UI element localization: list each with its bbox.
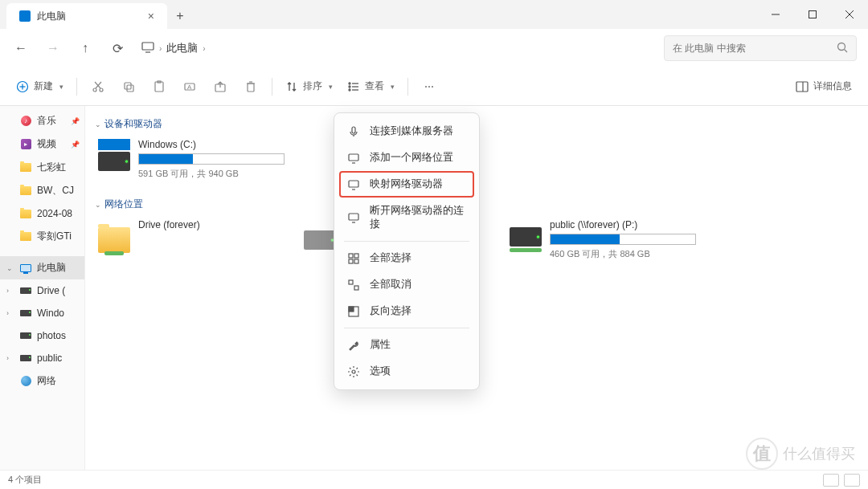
drive-icon [20,310,31,316]
tab-this-pc[interactable]: 此电脑 × [6,3,167,29]
search-icon [837,42,848,55]
separator [272,78,272,96]
sidebar-item-drive[interactable]: ›Windo [0,302,84,324]
chevron-right-icon[interactable]: › [6,354,14,362]
svg-rect-36 [349,181,358,187]
item-count: 4 个项目 [8,474,42,486]
svg-rect-17 [155,82,163,92]
ssd-icon [510,227,542,247]
svg-rect-38 [349,214,358,220]
menu-connect-media[interactable]: 连接到媒体服务器 [339,118,474,145]
sidebar-item-drive[interactable]: ›public [0,347,84,369]
view-grid-button[interactable] [844,474,860,487]
sidebar-item-drive[interactable]: photos [0,324,84,347]
pc-icon [20,264,31,272]
menu-add-network[interactable]: 添加一个网络位置 [339,145,474,171]
sidebar-item-folder[interactable]: 2024-08 [0,202,84,225]
sidebar-item-drive[interactable]: ›Drive ( [0,279,84,302]
menu-properties[interactable]: 属性 [339,332,474,358]
svg-rect-40 [349,254,353,258]
search-input[interactable] [673,43,830,54]
window-controls [757,0,868,29]
drive-name: public (\\forever) (P:) [550,219,696,230]
sidebar-item-label: 此电脑 [37,261,66,275]
menu-deselect-all[interactable]: 全部取消 [339,271,474,298]
sidebar-item-label: Windo [37,308,64,319]
sidebar-item-label: 网络 [37,374,56,388]
menu-options[interactable]: 选项 [339,358,474,385]
pc-icon [141,42,154,55]
share-button[interactable] [206,74,235,100]
more-button[interactable]: ⋯ [415,74,444,100]
svg-point-11 [93,88,96,92]
svg-rect-33 [352,127,355,133]
drive-icon [20,355,31,361]
drive-c[interactable]: Windows (C:) 591 GB 可用，共 940 GB [95,136,288,183]
new-button[interactable]: 新建 ▾ [10,74,70,100]
maximize-button[interactable] [794,0,831,29]
chevron-right-icon[interactable]: › [6,287,14,295]
view-button[interactable]: 查看 ▾ [341,74,401,100]
video-icon: ▸ [21,139,31,149]
chevron-right-icon: › [203,44,205,53]
sort-button[interactable]: 排序 ▾ [279,74,339,100]
sidebar-item-folder[interactable]: 七彩虹 [0,156,84,179]
watermark: 值什么值得买 [746,438,855,470]
progress-bar [138,153,285,165]
sidebar: ♪音乐📌 ▸视频📌 七彩虹 BW、CJ 2024-08 零刻GTi ⌄此电脑 ›… [0,106,85,470]
new-label: 新建 [34,79,53,93]
drive-subtitle: 460 GB 可用，共 884 GB [550,248,696,260]
view-label: 查看 [365,79,384,93]
svg-rect-42 [349,259,353,263]
new-tab-button[interactable]: + [167,3,193,29]
svg-line-7 [845,49,848,52]
view-list-button[interactable] [823,474,839,487]
back-button[interactable]: ← [6,34,35,63]
sidebar-item-folder[interactable]: 零刻GTi [0,225,84,248]
sidebar-item-this-pc[interactable]: ⌄此电脑 [0,256,84,279]
menu-map-network-drive[interactable]: 映射网络驱动器 [339,171,474,198]
menu-label: 全部选择 [370,251,411,265]
breadcrumb-this-pc[interactable]: 此电脑 [166,41,198,55]
menu-invert-selection[interactable]: 反向选择 [339,298,474,324]
menu-select-all[interactable]: 全部选择 [339,245,474,271]
music-icon: ♪ [21,116,31,126]
menu-disconnect-network[interactable]: 断开网络驱动器的连接 [339,198,474,238]
drive-name: Drive (forever) [138,219,285,230]
rename-button[interactable]: A [175,74,204,100]
svg-rect-47 [349,307,354,312]
folder-icon [20,163,31,172]
svg-rect-31 [796,82,808,92]
sidebar-item-music[interactable]: ♪音乐📌 [0,109,84,132]
search-box[interactable] [664,35,857,61]
sidebar-item-label: 音乐 [37,114,56,128]
svg-point-6 [838,43,845,50]
details-label: 详细信息 [813,79,852,93]
netdrive-forever[interactable]: Drive (forever) [95,216,288,263]
monitor-icon [347,152,360,165]
windows-icon [98,139,130,150]
netdrive-public[interactable]: public (\\forever) (P:) 460 GB 可用，共 884 … [506,216,699,263]
address-bar[interactable]: › 此电脑 › [135,41,212,55]
drive-icon [20,332,31,339]
sidebar-item-video[interactable]: ▸视频📌 [0,132,84,156]
cut-button[interactable] [84,74,113,100]
minimize-button[interactable] [757,0,794,29]
details-pane-button[interactable]: 详细信息 [789,74,858,100]
sidebar-item-folder[interactable]: BW、CJ [0,179,84,202]
sidebar-item-label: public [37,352,62,364]
deselect-icon [347,279,360,291]
refresh-button[interactable]: ⟳ [103,34,132,63]
svg-rect-45 [354,286,358,290]
paste-button[interactable] [145,74,174,100]
up-button[interactable]: ↑ [71,34,100,63]
sidebar-item-network[interactable]: 网络 [0,369,84,393]
copy-button[interactable] [114,74,143,100]
chevron-down-icon[interactable]: ⌄ [6,264,14,272]
chevron-right-icon[interactable]: › [6,309,14,317]
close-icon[interactable]: × [148,10,154,22]
close-button[interactable] [831,0,868,29]
svg-line-13 [96,82,101,88]
delete-button[interactable] [236,74,265,100]
forward-button[interactable]: → [39,34,68,63]
